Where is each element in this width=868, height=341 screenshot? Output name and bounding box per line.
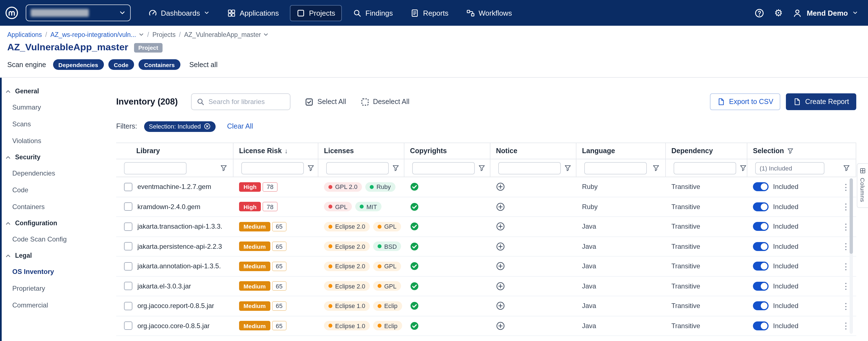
filter-icon[interactable] [787, 148, 794, 154]
scan-engine-pill-containers[interactable]: Containers [138, 59, 180, 70]
column-filter-input[interactable] [326, 162, 389, 174]
selection-toggle[interactable] [753, 262, 769, 271]
notice-plus-icon[interactable] [496, 321, 505, 331]
column-header-license-risk[interactable]: License Risk ↓ [234, 143, 318, 159]
nav-item-workflows[interactable]: Workflows [460, 5, 519, 21]
filter-icon[interactable] [392, 164, 399, 172]
notice-plus-icon[interactable] [496, 302, 505, 311]
sidebar-item-scans[interactable]: Scans [0, 116, 99, 133]
library-name[interactable]: jakarta.persistence-api-2.2.3 [137, 243, 222, 251]
filter-icon[interactable] [652, 164, 660, 172]
selection-toggle[interactable] [753, 242, 769, 251]
select-all-button[interactable]: Select All [305, 97, 346, 106]
row-checkbox[interactable] [124, 302, 132, 310]
column-header-library[interactable]: Library [116, 143, 234, 159]
breadcrumb-item-projects[interactable]: Projects [153, 31, 176, 38]
filter-icon[interactable] [564, 164, 571, 172]
notice-plus-icon[interactable] [496, 202, 505, 211]
chevron-down-icon[interactable] [263, 32, 269, 37]
user-menu[interactable]: Mend Demo [793, 8, 858, 18]
sidebar-section-general[interactable]: General [0, 83, 99, 99]
breadcrumb-item-az-vulnerableapp-master[interactable]: AZ_VulnerableApp_master [184, 31, 269, 38]
scan-select-all[interactable]: Select all [189, 61, 218, 68]
sidebar-item-code[interactable]: Code [0, 182, 99, 198]
column-filter-input[interactable] [498, 162, 561, 174]
column-filter-input[interactable] [755, 162, 825, 174]
library-name[interactable]: org.jacoco.core-0.8.5.jar [137, 322, 210, 330]
column-header-copyrights[interactable]: Copyrights [404, 143, 490, 159]
column-header-notice[interactable]: Notice [490, 143, 577, 159]
sidebar-item-dependencies[interactable]: Dependencies [0, 165, 99, 182]
notice-plus-icon[interactable] [496, 182, 505, 192]
selection-toggle[interactable] [753, 222, 769, 231]
notice-plus-icon[interactable] [496, 222, 505, 231]
filter-icon[interactable] [478, 164, 486, 172]
breadcrumb-item-az-ws-repo-integration-vuln-[interactable]: AZ_ws-repo-integration/vuln... [50, 31, 144, 38]
selection-toggle[interactable] [753, 302, 769, 311]
library-name[interactable]: kramdown-2.4.0.gem [137, 203, 200, 211]
column-header-language[interactable]: Language [577, 143, 666, 159]
breadcrumb-item-applications[interactable]: Applications [7, 31, 42, 38]
chevron-down-icon[interactable] [138, 32, 144, 37]
row-checkbox[interactable] [124, 282, 132, 290]
clear-all-link[interactable]: Clear All [227, 122, 253, 130]
export-csv-button[interactable]: Export to CSV [710, 93, 781, 110]
selection-toggle[interactable] [753, 282, 769, 291]
column-filter-input[interactable] [124, 162, 187, 174]
row-checkbox[interactable] [124, 262, 132, 271]
sort-desc-icon[interactable]: ↓ [285, 147, 288, 155]
column-filter-input[interactable] [674, 162, 736, 174]
gear-icon[interactable]: ⚙ [774, 8, 783, 18]
row-checkbox[interactable] [124, 242, 132, 251]
scan-engine-pill-dependencies[interactable]: Dependencies [53, 59, 103, 70]
create-report-button[interactable]: Create Report [786, 93, 856, 110]
column-header-licenses[interactable]: Licenses [318, 143, 404, 159]
vertical-scrollbar[interactable] [849, 178, 853, 334]
library-search[interactable] [191, 93, 291, 110]
sidebar-item-proprietary[interactable]: Proprietary [0, 280, 99, 297]
sidebar-section-security[interactable]: Security [0, 149, 99, 165]
selection-toggle[interactable] [753, 202, 769, 211]
sidebar-item-containers[interactable]: Containers [0, 198, 99, 215]
filter-icon[interactable] [843, 164, 850, 172]
notice-plus-icon[interactable] [496, 262, 505, 271]
library-name[interactable]: org.jacoco.report-0.8.5.jar [137, 302, 214, 310]
column-filter-input[interactable] [241, 162, 304, 174]
notice-plus-icon[interactable] [496, 282, 505, 291]
library-name[interactable]: eventmachine-1.2.7.gem [137, 183, 211, 191]
sidebar-item-commercial[interactable]: Commercial [0, 297, 99, 314]
column-header-dependency[interactable]: Dependency [666, 143, 747, 159]
selection-toggle[interactable] [753, 182, 769, 192]
row-checkbox[interactable] [124, 322, 132, 330]
nav-item-projects[interactable]: Projects [290, 5, 342, 21]
org-selector[interactable] [26, 4, 131, 21]
nav-item-applications[interactable]: Applications [221, 5, 285, 21]
filter-chip[interactable]: Selection: Included [144, 121, 216, 132]
filter-icon[interactable] [220, 164, 227, 172]
remove-filter-icon[interactable] [204, 123, 211, 130]
search-input[interactable] [209, 98, 285, 106]
library-name[interactable]: jakarta.el-3.0.3.jar [137, 282, 191, 290]
row-checkbox[interactable] [124, 203, 132, 211]
deselect-all-button[interactable]: Deselect All [361, 97, 409, 106]
sidebar-section-configuration[interactable]: Configuration [0, 215, 99, 231]
library-name[interactable]: jakarta.transaction-api-1.3.3. [137, 223, 222, 231]
filter-icon[interactable] [307, 164, 314, 172]
filter-icon[interactable] [740, 164, 747, 172]
row-checkbox[interactable] [124, 183, 132, 191]
help-icon[interactable] [754, 8, 764, 18]
sidebar-item-violations[interactable]: Violations [0, 133, 99, 149]
scan-engine-pill-code[interactable]: Code [108, 59, 134, 70]
nav-item-reports[interactable]: Reports [404, 5, 455, 21]
row-checkbox[interactable] [124, 223, 132, 231]
column-header-selection[interactable]: Selection [747, 143, 856, 159]
nav-item-findings[interactable]: Findings [346, 5, 399, 21]
sidebar-item-code-scan-config[interactable]: Code Scan Config [0, 231, 99, 248]
sidebar-item-summary[interactable]: Summary [0, 99, 99, 116]
column-filter-input[interactable] [412, 162, 475, 174]
column-filter-input[interactable] [584, 162, 647, 174]
columns-panel-button[interactable]: Columns [857, 163, 868, 208]
nav-item-dashboards[interactable]: Dashboards [142, 5, 216, 21]
scrollbar-thumb[interactable] [849, 178, 853, 254]
selection-toggle[interactable] [753, 321, 769, 331]
